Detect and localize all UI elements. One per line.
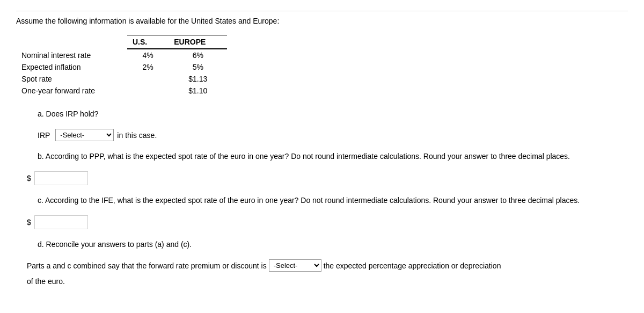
part-c-label: c. According to the IFE, what is the exp… <box>38 196 628 205</box>
part-c-dollar: $ <box>27 218 31 227</box>
header-us: U.S. <box>127 35 169 49</box>
part-c-section: c. According to the IFE, what is the exp… <box>16 196 628 205</box>
part-c-answer-row: $ <box>16 215 628 229</box>
header-europe: EUROPE <box>169 35 227 49</box>
intro-text: Assume the following information is avai… <box>16 11 628 25</box>
part-c-input[interactable] <box>34 215 88 229</box>
irp-text: IRP <box>38 131 50 140</box>
table-row: Nominal interest rate4%6% <box>16 49 227 61</box>
part-d-line2: of the euro. <box>16 277 628 286</box>
row-us-value <box>127 85 169 97</box>
row-label: Nominal interest rate <box>16 49 127 61</box>
row-us-value: 4% <box>127 49 169 61</box>
part-b-answer-row: $ <box>16 171 628 185</box>
part-d-select[interactable]: -Select-equal tonot equal to <box>269 259 321 272</box>
part-a-section: a. Does IRP hold? <box>16 110 628 118</box>
table-row: One-year forward rate$1.10 <box>16 85 227 97</box>
data-table: U.S. EUROPE Nominal interest rate4%6%Exp… <box>16 35 227 97</box>
row-europe-value: $1.10 <box>169 85 227 97</box>
row-europe-value: 5% <box>169 61 227 73</box>
part-b-input[interactable] <box>34 171 88 185</box>
irp-row: IRP -Select-does holddoes not hold in th… <box>16 129 628 141</box>
row-label: Spot rate <box>16 73 127 85</box>
part-d-suffix: the expected percentage appreciation or … <box>324 261 501 270</box>
part-d-prefix: Parts a and c combined say that the forw… <box>27 261 267 270</box>
part-d-section: d. Reconcile your answers to parts (a) a… <box>16 240 628 249</box>
row-us-value <box>127 73 169 85</box>
part-d-row: Parts a and c combined say that the forw… <box>16 259 628 272</box>
row-label: One-year forward rate <box>16 85 127 97</box>
irp-suffix: in this case. <box>117 131 157 140</box>
part-b-dollar: $ <box>27 174 31 183</box>
row-us-value: 2% <box>127 61 169 73</box>
table-row: Spot rate$1.13 <box>16 73 227 85</box>
irp-select[interactable]: -Select-does holddoes not hold <box>55 129 114 141</box>
part-a-label: a. Does IRP hold? <box>38 110 628 118</box>
row-europe-value: 6% <box>169 49 227 61</box>
part-d-label: d. Reconcile your answers to parts (a) a… <box>38 240 628 249</box>
row-label: Expected inflation <box>16 61 127 73</box>
row-europe-value: $1.13 <box>169 73 227 85</box>
part-b-section: b. According to PPP, what is the expecte… <box>16 152 628 161</box>
table-row: Expected inflation2%5% <box>16 61 227 73</box>
part-b-label: b. According to PPP, what is the expecte… <box>38 152 628 161</box>
